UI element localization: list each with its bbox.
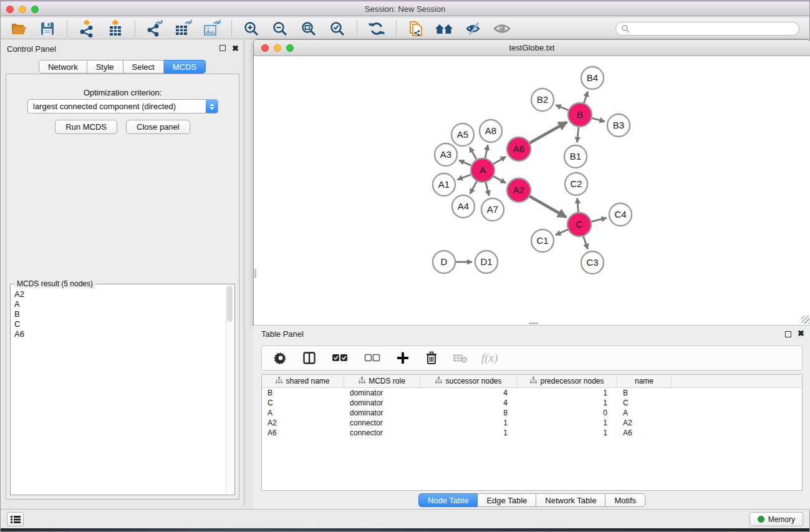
- import-table-icon[interactable]: [104, 19, 127, 38]
- delete-column-icon[interactable]: [424, 351, 439, 365]
- table-cell[interactable]: 1: [420, 418, 518, 427]
- network-canvas[interactable]: B4B2BB3A8A5A6A3B1AC2A1A2A4A7C4CC1C3DD1: [254, 57, 810, 325]
- mcds-result-item[interactable]: A2: [14, 289, 223, 299]
- search-field[interactable]: [615, 22, 799, 36]
- graph-edge-A2-C[interactable]: [529, 196, 566, 217]
- hide-selected-icon[interactable]: [461, 19, 485, 38]
- zoom-fit-icon[interactable]: [297, 19, 321, 38]
- table-cell[interactable]: 0: [518, 409, 617, 417]
- search-input[interactable]: [630, 23, 799, 34]
- task-history-button[interactable]: [7, 512, 24, 526]
- graph-edge-B-B3[interactable]: [592, 118, 605, 122]
- node-table[interactable]: shared nameMCDS rolesuccessor nodesprede…: [261, 374, 803, 491]
- network-window-titlebar[interactable]: testGlobe.txt: [254, 40, 810, 56]
- tab-node-table[interactable]: Node Table: [418, 493, 478, 507]
- table-row[interactable]: Cdominator41C: [262, 398, 802, 408]
- tab-edge-table[interactable]: Edge Table: [478, 493, 536, 507]
- tab-style[interactable]: Style: [87, 60, 123, 74]
- table-cell[interactable]: A2: [617, 418, 672, 427]
- table-cell[interactable]: 4: [420, 399, 518, 407]
- graph-edge-B-B2[interactable]: [556, 105, 568, 110]
- graph-edge-C-C1[interactable]: [556, 230, 568, 235]
- graph-edge-C-C3[interactable]: [584, 236, 588, 249]
- table-cell[interactable]: B: [262, 389, 344, 397]
- graph-edge-B-B1[interactable]: [577, 127, 579, 142]
- tab-mcds[interactable]: MCDS: [164, 60, 206, 74]
- memory-button[interactable]: Memory: [750, 512, 803, 526]
- table-cell[interactable]: 1: [518, 389, 617, 397]
- deselect-all-icon[interactable]: [363, 351, 382, 365]
- mcds-result-list[interactable]: A2ABCA6: [12, 286, 226, 493]
- window-resize-grip[interactable]: [801, 316, 809, 324]
- show-all-icon[interactable]: [490, 19, 514, 38]
- graph-edge-A-A5[interactable]: [470, 147, 476, 160]
- table-cell[interactable]: C: [617, 399, 672, 407]
- zoom-selected-icon[interactable]: [325, 19, 349, 38]
- table-row[interactable]: Adominator80A: [262, 408, 802, 418]
- export-image-icon[interactable]: [200, 19, 224, 38]
- table-cell[interactable]: dominator: [344, 389, 420, 397]
- export-table-icon[interactable]: [171, 19, 195, 38]
- float-panel-icon[interactable]: [219, 45, 226, 51]
- table-cell[interactable]: 1: [518, 418, 617, 427]
- column-header-successor-nodes[interactable]: successor nodes: [420, 375, 518, 387]
- canvas-horizontal-scroll-mark[interactable]: [529, 322, 538, 324]
- close-table-panel-icon[interactable]: ✖: [798, 329, 804, 338]
- float-table-panel-icon[interactable]: [785, 331, 791, 337]
- table-cell[interactable]: dominator: [344, 409, 420, 417]
- table-row[interactable]: A2connector11A2: [262, 418, 802, 428]
- result-scrollbar[interactable]: [226, 286, 233, 493]
- column-header-MCDS-role[interactable]: MCDS role: [344, 375, 420, 387]
- graph-edge-B-B4[interactable]: [584, 92, 587, 103]
- zoom-in-icon[interactable]: [239, 19, 263, 38]
- close-panel-icon[interactable]: ✖: [232, 44, 239, 53]
- graph-edge-A-A6[interactable]: [493, 157, 506, 164]
- add-column-icon[interactable]: [395, 351, 410, 365]
- graph-edge-A-A2[interactable]: [494, 177, 506, 183]
- tab-motifs[interactable]: Motifs: [605, 493, 645, 507]
- table-cell[interactable]: 4: [420, 389, 518, 397]
- close-panel-button[interactable]: Close panel: [126, 120, 190, 134]
- clone-network-icon[interactable]: [404, 19, 428, 38]
- zoom-out-icon[interactable]: [268, 19, 292, 38]
- graph-edge-C-C4[interactable]: [591, 218, 606, 221]
- canvas-vertical-scroll-mark[interactable]: [254, 269, 256, 278]
- table-cell[interactable]: A: [617, 409, 672, 417]
- first-neighbors-icon[interactable]: [433, 19, 456, 38]
- mcds-result-item[interactable]: A6: [14, 329, 223, 339]
- table-cell[interactable]: 1: [420, 428, 518, 437]
- mcds-result-item[interactable]: B: [14, 309, 223, 319]
- table-cell[interactable]: 8: [420, 409, 518, 417]
- graph-edge-A-A7[interactable]: [486, 182, 489, 195]
- table-cell[interactable]: 1: [518, 399, 617, 407]
- graph-edge-C-C2[interactable]: [577, 198, 579, 212]
- table-cell[interactable]: connector: [344, 418, 420, 427]
- graph-edge-A-A3[interactable]: [459, 160, 471, 165]
- export-network-icon[interactable]: [143, 19, 166, 38]
- tab-network[interactable]: Network: [39, 60, 87, 74]
- graph-edge-A-A1[interactable]: [458, 175, 471, 180]
- open-file-icon[interactable]: [7, 19, 31, 38]
- settings-gear-icon[interactable]: [273, 351, 288, 365]
- table-cell[interactable]: A: [262, 409, 344, 417]
- table-cell[interactable]: A2: [262, 418, 344, 427]
- column-visibility-icon[interactable]: [302, 351, 317, 365]
- column-header-predecessor-nodes[interactable]: predecessor nodes: [518, 375, 617, 387]
- criterion-select[interactable]: largest connected component (directed): [27, 99, 218, 114]
- table-cell[interactable]: C: [262, 399, 344, 407]
- graph-edge-A-A8[interactable]: [485, 145, 488, 158]
- save-session-icon[interactable]: [36, 19, 59, 38]
- table-row[interactable]: Bdominator41B: [262, 388, 802, 398]
- mcds-result-item[interactable]: C: [14, 319, 223, 329]
- table-cell[interactable]: B: [617, 389, 672, 397]
- graph-edge-A6-B[interactable]: [529, 122, 567, 143]
- table-cell[interactable]: A6: [617, 428, 672, 437]
- select-all-icon[interactable]: [330, 351, 349, 365]
- table-cell[interactable]: dominator: [344, 399, 420, 407]
- table-cell[interactable]: A6: [262, 428, 344, 437]
- tab-network-table[interactable]: Network Table: [536, 493, 605, 507]
- table-row[interactable]: A6connector11A6: [262, 428, 802, 438]
- import-network-icon[interactable]: [75, 19, 99, 38]
- graph-edge-A-A4[interactable]: [470, 181, 477, 194]
- column-header-name[interactable]: name: [617, 375, 672, 387]
